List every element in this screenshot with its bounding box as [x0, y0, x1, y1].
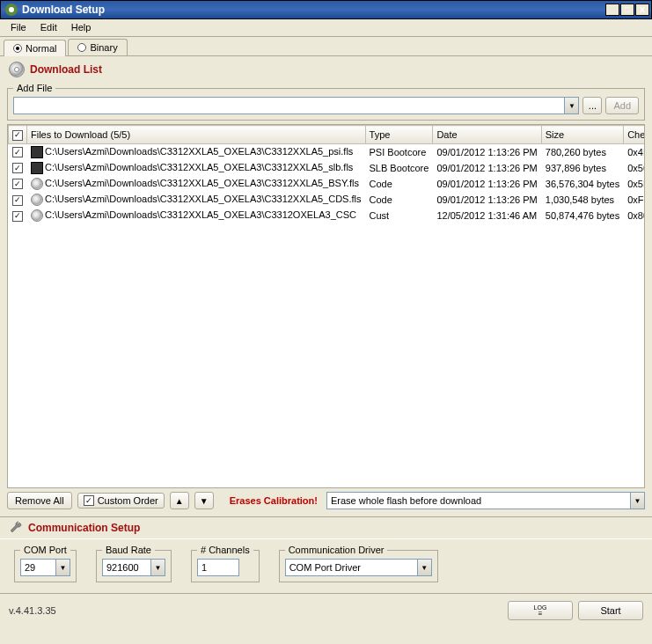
add-file-combo[interactable]: ▼ [13, 97, 579, 114]
grid-controls: Remove All Custom Order ▲ ▼ Erases Calib… [7, 492, 645, 509]
file-type: Code [365, 192, 433, 208]
cd-icon [9, 62, 25, 77]
com-port-legend: COM Port [20, 545, 70, 555]
row-checkbox[interactable] [12, 211, 23, 222]
custom-order-toggle[interactable]: Custom Order [77, 493, 165, 509]
chevron-down-icon[interactable]: ▼ [417, 559, 432, 576]
file-path: C:\Users\Azmi\Downloads\C3312XXLA5_OXELA… [45, 194, 362, 204]
move-down-button[interactable]: ▼ [194, 492, 214, 509]
menu-bar: File Edit Help [0, 19, 652, 37]
add-file-input[interactable] [13, 97, 564, 114]
comm-driver-combo[interactable]: ▼ [285, 559, 432, 576]
channels-input[interactable] [197, 559, 239, 576]
menu-file[interactable]: File [4, 19, 33, 36]
close-button[interactable]: X [635, 4, 649, 16]
file-size: 36,576,304 bytes [541, 176, 623, 192]
file-path: C:\Users\Azmi\Downloads\C3312XXLA5_OXELA… [45, 209, 356, 220]
checkbox-icon [84, 495, 94, 506]
table-row[interactable]: C:\Users\Azmi\Downloads\C3312XXLA5_OXELA… [9, 192, 646, 208]
baud-rate-group: Baud Rate ▼ [96, 545, 172, 582]
file-checksum: 0x8066 [624, 208, 645, 223]
row-checkbox[interactable] [12, 147, 23, 157]
comm-driver-legend: Communication Driver [285, 545, 388, 555]
download-list-header: Download List [0, 56, 652, 81]
column-checksum[interactable]: Checksum [624, 126, 645, 144]
erase-mode-input[interactable] [326, 492, 630, 509]
file-type: PSI Bootcore [365, 143, 433, 160]
baud-rate-combo[interactable]: ▼ [102, 559, 165, 576]
tab-normal-label: Normal [26, 43, 56, 54]
browse-button[interactable]: ... [582, 97, 602, 114]
file-checksum: 0x5611 [624, 160, 645, 176]
table-row[interactable]: C:\Users\Azmi\Downloads\C3312XXLA5_OXELA… [9, 143, 646, 160]
row-checkbox[interactable] [12, 163, 23, 173]
file-date: 09/01/2012 1:13:26 PM [433, 143, 541, 160]
menu-help[interactable]: Help [64, 19, 99, 36]
files-grid: Files to Download (5/5) Type Date Size C… [7, 124, 645, 488]
add-button[interactable]: Add [605, 97, 639, 114]
com-port-combo[interactable]: ▼ [20, 559, 70, 576]
com-port-input[interactable] [20, 559, 55, 576]
svg-point-1 [9, 7, 14, 12]
baud-rate-input[interactable] [102, 559, 150, 576]
log-button[interactable]: LOG≡ [508, 601, 573, 620]
table-row[interactable]: C:\Users\Azmi\Downloads\C3312XXLA5_OXELA… [9, 160, 646, 176]
chevron-down-icon[interactable]: ▼ [150, 559, 165, 576]
erase-mode-combo[interactable]: ▼ [326, 492, 645, 509]
com-port-group: COM Port ▼ [14, 545, 77, 582]
communication-section: Communication Setup COM Port ▼ Baud Rate… [0, 516, 652, 593]
column-check[interactable] [9, 126, 27, 144]
title-bar: Download Setup _ □ X [0, 0, 652, 19]
minimize-button[interactable]: _ [605, 4, 619, 16]
column-date[interactable]: Date [433, 126, 541, 144]
custom-order-label: Custom Order [98, 495, 158, 506]
column-type[interactable]: Type [365, 126, 433, 144]
tab-binary-label: Binary [90, 42, 117, 53]
radio-icon [77, 43, 86, 52]
version-label: v.4.41.3.35 [9, 605, 508, 616]
file-type: Code [365, 176, 433, 192]
table-row[interactable]: C:\Users\Azmi\Downloads\C3312XXLA5_OXELA… [9, 208, 646, 223]
chevron-down-icon[interactable]: ▼ [55, 559, 70, 576]
channels-group: # Channels [191, 545, 260, 582]
table-row[interactable]: C:\Users\Azmi\Downloads\C3312XXLA5_OXELA… [9, 176, 646, 192]
chevron-down-icon[interactable]: ▼ [564, 97, 579, 114]
window-title: Download Setup [22, 4, 605, 16]
file-size: 50,874,476 bytes [541, 208, 623, 223]
file-type: Cust [365, 208, 433, 223]
file-checksum: 0x4D01 [624, 143, 645, 160]
erases-calibration-label: Erases Calibration! [230, 495, 318, 506]
footer-bar: v.4.41.3.35 LOG≡ Start [0, 593, 652, 626]
start-button[interactable]: Start [578, 601, 643, 620]
comm-driver-input[interactable] [285, 559, 417, 576]
move-up-button[interactable]: ▲ [170, 492, 189, 509]
file-size: 1,030,548 bytes [541, 192, 623, 208]
remove-all-button[interactable]: Remove All [7, 492, 72, 509]
tab-normal[interactable]: Normal [4, 40, 66, 56]
channels-legend: # Channels [197, 545, 253, 555]
maximize-button[interactable]: □ [620, 4, 634, 16]
chevron-down-icon[interactable]: ▼ [630, 492, 645, 509]
tab-binary[interactable]: Binary [68, 39, 127, 55]
row-checkbox[interactable] [12, 195, 23, 206]
column-size[interactable]: Size [541, 126, 623, 144]
file-checksum: 0x5E06 [624, 176, 645, 192]
radio-icon [13, 44, 22, 53]
file-date: 09/01/2012 1:13:26 PM [433, 192, 541, 208]
baud-rate-legend: Baud Rate [102, 545, 155, 555]
row-checkbox[interactable] [12, 179, 23, 189]
communication-title: Communication Setup [28, 522, 140, 534]
file-date: 12/05/2012 1:31:46 AM [433, 208, 541, 223]
column-file[interactable]: Files to Download (5/5) [27, 126, 366, 144]
app-icon [4, 3, 18, 17]
disc-file-icon [31, 178, 43, 190]
wrench-icon [9, 521, 23, 535]
comm-driver-group: Communication Driver ▼ [279, 545, 438, 582]
check-all-checkbox[interactable] [12, 130, 23, 141]
file-date: 09/01/2012 1:13:26 PM [433, 160, 541, 176]
file-path: C:\Users\Azmi\Downloads\C3312XXLA5_OXELA… [45, 162, 353, 172]
add-file-group: Add File ▼ ... Add [7, 83, 645, 121]
menu-edit[interactable]: Edit [33, 19, 64, 36]
file-size: 937,896 bytes [541, 160, 623, 176]
file-type: SLB Bootcore [365, 160, 433, 176]
